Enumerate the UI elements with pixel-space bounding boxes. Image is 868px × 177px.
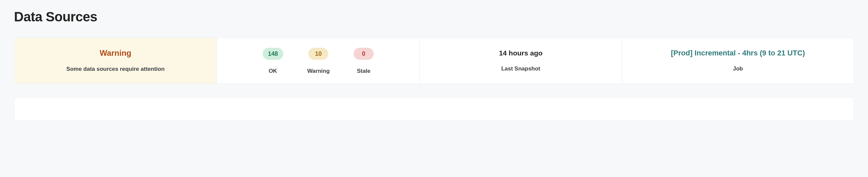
counts-card: 148 OK 10 Warning 0 Stale (217, 38, 420, 83)
snapshot-card: 14 hours ago Last Snapshot (420, 38, 622, 83)
status-card: Warning Some data sources require attent… (14, 38, 217, 83)
content-panel (14, 97, 854, 121)
job-value: [Prod] Incremental - 4hrs (9 to 21 UTC) (671, 49, 805, 57)
count-stale: 0 Stale (354, 48, 374, 74)
count-ok-badge: 148 (263, 48, 283, 60)
job-card[interactable]: [Prod] Incremental - 4hrs (9 to 21 UTC) … (622, 38, 854, 83)
count-stale-badge: 0 (354, 48, 374, 60)
snapshot-label: Last Snapshot (501, 66, 540, 72)
page-title: Data Sources (14, 9, 854, 24)
job-label: Job (733, 66, 743, 72)
status-card-title: Warning (100, 48, 131, 58)
count-ok: 148 OK (263, 48, 283, 74)
count-warning-label: Warning (307, 68, 330, 74)
count-warning: 10 Warning (307, 48, 330, 74)
snapshot-value: 14 hours ago (499, 49, 542, 57)
count-ok-label: OK (269, 68, 277, 74)
status-card-subtitle: Some data sources require attention (66, 66, 165, 73)
count-warning-badge: 10 (308, 48, 328, 60)
count-stale-label: Stale (357, 68, 371, 74)
summary-cards-row: Warning Some data sources require attent… (14, 38, 854, 84)
